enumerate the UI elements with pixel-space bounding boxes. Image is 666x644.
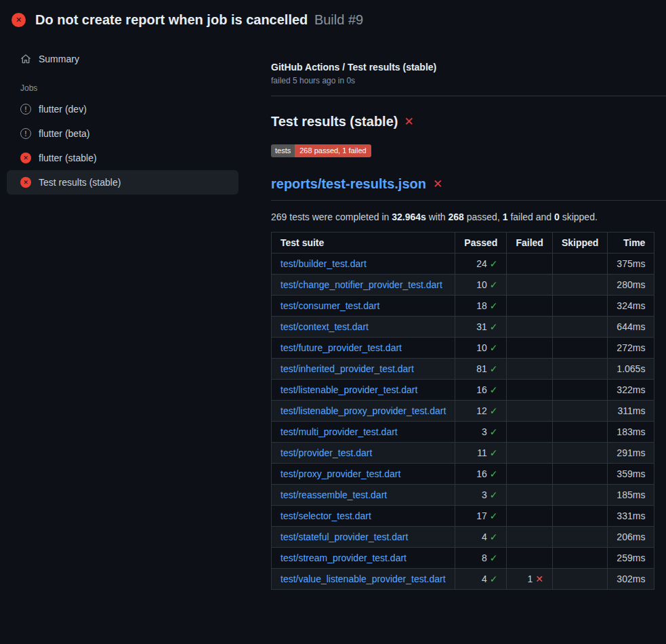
test-suite-link[interactable]: test/change_notifier_provider_test.dart xyxy=(280,279,442,290)
suite-cell: test/provider_test.dart xyxy=(272,443,455,464)
test-suite-link[interactable]: test/stateful_provider_test.dart xyxy=(280,531,408,542)
home-icon xyxy=(20,54,31,64)
summary-passed-count: 268 xyxy=(449,212,464,222)
table-row: test/selector_test.dart 17 ✓ 331ms xyxy=(272,506,654,527)
passed-cell: 16 ✓ xyxy=(455,380,507,401)
failed-cell xyxy=(507,527,552,548)
passed-cell: 4 ✓ xyxy=(455,569,507,590)
exclamation-circle-icon: ! xyxy=(20,128,31,139)
skipped-cell xyxy=(552,254,607,275)
passed-cell: 3 ✓ xyxy=(455,422,507,443)
skipped-cell xyxy=(552,485,607,506)
test-suite-link[interactable]: test/multi_provider_test.dart xyxy=(280,426,398,437)
test-suite-link[interactable]: test/builder_test.dart xyxy=(280,258,367,269)
failed-cell xyxy=(507,380,552,401)
column-header: Failed xyxy=(507,233,552,254)
sidebar-item-summary[interactable]: Summary xyxy=(7,47,238,71)
time-cell: 1.065s xyxy=(608,359,654,380)
summary-label: Summary xyxy=(39,54,79,64)
table-row: test/future_provider_test.dart 10 ✓ 272m… xyxy=(272,338,654,359)
column-header: Skipped xyxy=(552,233,607,254)
suite-cell: test/context_test.dart xyxy=(272,317,455,338)
badge-value: 268 passed, 1 failed xyxy=(295,144,371,157)
failed-cell xyxy=(507,338,552,359)
test-suite-link[interactable]: test/value_listenable_provider_test.dart xyxy=(280,573,446,584)
sidebar-job-item[interactable]: ! flutter (dev) xyxy=(7,97,238,121)
time-cell: 259ms xyxy=(608,548,654,569)
check-icon: ✓ xyxy=(490,321,498,332)
test-suite-link[interactable]: test/consumer_test.dart xyxy=(280,300,379,311)
time-cell: 272ms xyxy=(608,338,654,359)
section-title: Test results (stable) ✕ xyxy=(271,114,666,129)
test-suite-link[interactable]: test/reassemble_test.dart xyxy=(280,489,387,500)
skipped-cell xyxy=(552,275,607,296)
skipped-cell xyxy=(552,401,607,422)
table-row: test/proxy_provider_test.dart 16 ✓ 359ms xyxy=(272,464,654,485)
column-header: Test suite xyxy=(272,233,455,254)
table-row: test/change_notifier_provider_test.dart … xyxy=(272,275,654,296)
failed-cell xyxy=(507,485,552,506)
summary-text: 269 tests were completed in xyxy=(271,212,392,222)
test-suite-link[interactable]: test/future_provider_test.dart xyxy=(280,342,402,353)
suite-cell: test/future_provider_test.dart xyxy=(272,338,455,359)
x-circle-icon: ✕ xyxy=(20,177,31,188)
job-label: Test results (stable) xyxy=(39,177,121,188)
passed-cell: 4 ✓ xyxy=(455,527,507,548)
test-suite-link[interactable]: test/stream_provider_test.dart xyxy=(280,552,407,563)
failed-cell xyxy=(507,275,552,296)
passed-cell: 11 ✓ xyxy=(455,443,507,464)
check-icon: ✓ xyxy=(490,510,498,521)
suite-cell: test/multi_provider_test.dart xyxy=(272,422,455,443)
test-suite-link[interactable]: test/context_test.dart xyxy=(280,321,369,332)
time-cell: 183ms xyxy=(608,422,654,443)
report-link[interactable]: reports/test-results.json xyxy=(271,176,426,192)
table-header-row: Test suitePassedFailedSkippedTime xyxy=(272,233,654,254)
time-cell: 185ms xyxy=(608,485,654,506)
time-cell: 359ms xyxy=(608,464,654,485)
job-label: flutter (dev) xyxy=(39,104,87,115)
test-suite-link[interactable]: test/inherited_provider_test.dart xyxy=(280,363,414,374)
run-meta: failed 5 hours ago in 0s xyxy=(271,76,666,85)
check-icon: ✓ xyxy=(490,426,498,437)
check-icon: ✓ xyxy=(490,405,498,416)
section-title-text: Test results (stable) xyxy=(271,114,398,129)
failed-cell xyxy=(507,506,552,527)
results-table: Test suitePassedFailedSkippedTime test/b… xyxy=(271,232,654,590)
suite-cell: test/value_listenable_provider_test.dart xyxy=(272,569,455,590)
test-suite-link[interactable]: test/selector_test.dart xyxy=(280,510,371,521)
app-root: ✕ Do not create report when job is cance… xyxy=(0,0,666,590)
test-suite-link[interactable]: test/listenable_provider_test.dart xyxy=(280,384,417,395)
column-header: Time xyxy=(608,233,654,254)
exclamation-circle-icon: ! xyxy=(20,104,31,115)
run-title-text: Do not create report when job is cancell… xyxy=(35,12,308,27)
sidebar-job-item[interactable]: ! flutter (beta) xyxy=(7,121,238,146)
check-icon: ✓ xyxy=(490,468,498,479)
failed-cell xyxy=(507,317,552,338)
job-label: flutter (beta) xyxy=(39,128,89,139)
table-row: test/stateful_provider_test.dart 4 ✓ 206… xyxy=(272,527,654,548)
suite-cell: test/change_notifier_provider_test.dart xyxy=(272,275,455,296)
check-icon: ✓ xyxy=(490,363,498,374)
passed-cell: 16 ✓ xyxy=(455,464,507,485)
test-suite-link[interactable]: test/listenable_proxy_provider_test.dart xyxy=(280,405,446,416)
sidebar-job-item[interactable]: ✕ flutter (stable) xyxy=(7,146,238,170)
summary-text: passed, xyxy=(464,212,503,222)
passed-cell: 17 ✓ xyxy=(455,506,507,527)
check-icon: ✓ xyxy=(490,384,498,395)
passed-cell: 18 ✓ xyxy=(455,296,507,317)
time-cell: 375ms xyxy=(608,254,654,275)
test-suite-link[interactable]: test/proxy_provider_test.dart xyxy=(280,468,400,479)
time-cell: 324ms xyxy=(608,296,654,317)
time-cell: 206ms xyxy=(608,527,654,548)
jobs-section-label: Jobs xyxy=(7,83,238,93)
skipped-cell xyxy=(552,296,607,317)
sidebar-job-item[interactable]: ✕ Test results (stable) xyxy=(7,170,238,195)
time-cell: 280ms xyxy=(608,275,654,296)
test-suite-link[interactable]: test/provider_test.dart xyxy=(280,447,372,458)
passed-cell: 10 ✓ xyxy=(455,275,507,296)
time-cell: 311ms xyxy=(608,401,654,422)
suite-cell: test/consumer_test.dart xyxy=(272,296,455,317)
check-icon: ✓ xyxy=(490,552,498,563)
check-icon: ✓ xyxy=(490,279,498,290)
time-cell: 302ms xyxy=(608,569,654,590)
